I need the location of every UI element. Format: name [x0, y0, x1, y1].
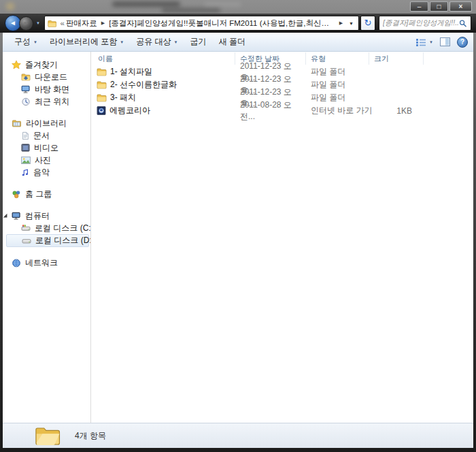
- recent-pages-dropdown[interactable]: ▼: [36, 21, 40, 25]
- sidebar-item-label: 즐겨찾기: [25, 59, 58, 71]
- favorites-section: 즐겨찾기 다운로드: [3, 59, 90, 108]
- sidebar-item-homegroup[interactable]: 홈 그룹: [3, 188, 90, 200]
- back-arrow-icon: ◄: [10, 19, 16, 27]
- sidebar-item-recent-places[interactable]: 최근 위치: [3, 95, 90, 108]
- sidebar-item-videos[interactable]: 비디오: [3, 142, 90, 154]
- preview-pane-button[interactable]: [440, 37, 450, 46]
- breadcrumb-overflow[interactable]: «: [60, 19, 64, 27]
- toolbar-right-group: ▼ ?: [415, 37, 468, 48]
- explorer-window: – □ × ◄ ► ▼ « 판매자료 ▶ [종결자]페인양성게임!!풋볼매니저 …: [0, 0, 476, 452]
- refresh-button[interactable]: ↻: [360, 16, 375, 31]
- sidebar-item-downloads[interactable]: 다운로드: [3, 71, 90, 83]
- chevron-down-icon: ▼: [429, 40, 433, 44]
- sidebar-item-label: 음악: [33, 167, 50, 178]
- breadcrumb-parent[interactable]: 판매자료: [66, 18, 97, 29]
- client-area: 구성 ▼ 라이브러리에 포함 ▼ 공유 대상 ▼ 굽기 새 폴더: [3, 33, 473, 448]
- chevron-down-icon: ▼: [174, 40, 178, 44]
- file-name: 에펨코리아: [109, 105, 150, 116]
- new-folder-button[interactable]: 새 폴더: [213, 36, 252, 48]
- sidebar-item-label: 네트워크: [25, 257, 58, 269]
- burn-button[interactable]: 굽기: [184, 36, 213, 48]
- chevron-down-icon: ▼: [120, 40, 124, 44]
- burn-label: 굽기: [190, 36, 207, 48]
- title-bar: – □ ×: [0, 0, 476, 14]
- network-section: 네트워크: [3, 257, 90, 269]
- file-list-pane: 이름 수정한 날짜 유형 크기 1- 설치파일 2011-12-23 오후...: [91, 52, 473, 423]
- sidebar-item-libraries[interactable]: 라이브러리: [3, 117, 90, 129]
- column-header-size[interactable]: 크기: [369, 52, 424, 65]
- disk-c-icon: [21, 224, 31, 232]
- window-icon: [6, 3, 14, 10]
- address-bar[interactable]: « 판매자료 ▶ [종결자]페인양성게임!!풋볼매니저 FM2011 (사용법,…: [44, 16, 359, 31]
- content-area: 즐겨찾기 다운로드: [3, 52, 473, 423]
- file-name-cell[interactable]: 3- 패치: [91, 92, 235, 103]
- recent-places-icon: [21, 97, 31, 106]
- file-name-cell[interactable]: 에펨코리아: [91, 105, 235, 116]
- sidebar-item-local-disk-c[interactable]: 로컬 디스크 (C:): [3, 222, 90, 234]
- folder-icon: [48, 19, 56, 28]
- file-type-cell: 파일 폴더: [306, 79, 369, 91]
- breadcrumb-separator-icon[interactable]: ▶: [339, 20, 343, 26]
- homegroup-icon: [12, 190, 21, 199]
- column-header-name[interactable]: 이름: [91, 52, 235, 65]
- sidebar-item-local-disk-d[interactable]: 로컬 디스크 (D:): [6, 234, 89, 247]
- share-with-button[interactable]: 공유 대상 ▼: [130, 36, 184, 48]
- search-input[interactable]: [383, 19, 459, 27]
- folder-icon: [35, 425, 61, 447]
- share-with-label: 공유 대상: [136, 36, 171, 48]
- file-type-cell: 파일 폴더: [306, 92, 369, 103]
- include-in-library-button[interactable]: 라이브러리에 포함 ▼: [44, 36, 130, 48]
- search-icon[interactable]: [459, 19, 467, 28]
- sidebar-item-label: 컴퓨터: [25, 210, 50, 222]
- sidebar-item-label: 로컬 디스크 (C:): [35, 223, 91, 234]
- desktop-icon: [21, 85, 31, 93]
- breadcrumb-current[interactable]: [종결자]페인양성게임!!풋볼매니저 FM2011 (사용법,한글,최신패치 동…: [109, 18, 335, 29]
- maximize-button[interactable]: □: [430, 1, 448, 12]
- disk-d-icon: [22, 237, 31, 245]
- address-row: ◄ ► ▼ « 판매자료 ▶ [종결자]페인양성게임!!풋볼매니저 FM2011…: [0, 14, 476, 33]
- file-row[interactable]: 에펨코리아 2011-08-28 오전... 인터넷 바로 가기 1KB: [91, 104, 473, 117]
- sidebar-item-music[interactable]: 음악: [3, 166, 90, 178]
- forward-arrow-icon: ►: [23, 20, 29, 27]
- downloads-folder-icon: [21, 73, 31, 81]
- address-history-dropdown-icon[interactable]: ▼: [349, 21, 354, 26]
- libraries-icon: [12, 119, 22, 127]
- censored-title-text: [112, 1, 180, 7]
- sidebar-item-label: 홈 그룹: [25, 189, 52, 200]
- censored-title-text: [162, 8, 220, 12]
- organize-button[interactable]: 구성 ▼: [8, 36, 44, 48]
- sidebar-item-favorites[interactable]: 즐겨찾기: [3, 59, 90, 71]
- chevron-down-icon: ▼: [33, 40, 37, 44]
- forward-button[interactable]: ►: [19, 16, 33, 31]
- details-pane: 4개 항목: [3, 423, 473, 448]
- views-icon: [415, 38, 426, 46]
- sidebar-item-desktop[interactable]: 바탕 화면: [3, 83, 90, 95]
- internet-shortcut-icon: [97, 106, 106, 115]
- breadcrumb-separator-icon[interactable]: ▶: [101, 20, 105, 26]
- include-in-library-label: 라이브러리에 포함: [50, 36, 117, 48]
- music-icon: [21, 168, 29, 177]
- new-folder-label: 새 폴더: [219, 36, 245, 48]
- censored-title-text: [204, 2, 241, 7]
- sidebar-item-computer[interactable]: 컴퓨터: [3, 210, 90, 222]
- sidebar-item-documents[interactable]: 문서: [3, 129, 90, 142]
- file-name-cell[interactable]: 1- 설치파일: [91, 66, 235, 78]
- search-box[interactable]: [379, 16, 471, 31]
- minimize-button[interactable]: –: [410, 1, 428, 12]
- file-name-cell[interactable]: 2- 선수이름한글화: [91, 79, 235, 91]
- help-button[interactable]: ?: [457, 37, 468, 48]
- pictures-icon: [21, 157, 31, 164]
- file-date-cell: 2011-08-28 오전...: [235, 99, 306, 123]
- change-view-button[interactable]: ▼: [415, 38, 433, 46]
- close-button[interactable]: ×: [449, 1, 472, 12]
- sidebar-item-pictures[interactable]: 사진: [3, 154, 90, 166]
- column-header-type[interactable]: 유형: [306, 52, 369, 65]
- sidebar-item-label: 로컬 디스크 (D:): [35, 235, 91, 246]
- expander-icon[interactable]: [3, 214, 9, 219]
- file-type-cell: 인터넷 바로 가기: [306, 105, 369, 116]
- file-size-cell: 1KB: [369, 106, 424, 116]
- sidebar-item-network[interactable]: 네트워크: [3, 257, 90, 269]
- sidebar-item-label: 사진: [35, 155, 51, 166]
- computer-section: 컴퓨터 로컬 디스크 (C:): [3, 210, 90, 247]
- caption-buttons: – □ ×: [410, 1, 472, 12]
